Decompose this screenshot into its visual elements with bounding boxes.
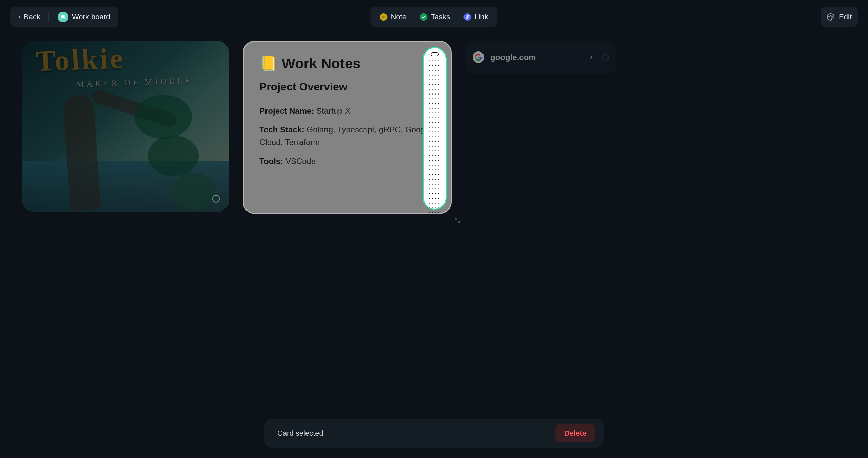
delete-button[interactable]: Delete <box>555 424 595 442</box>
svg-point-3 <box>829 16 830 17</box>
top-bar: Back Work board Note Tasks <box>0 0 868 34</box>
tab-tasks-label: Tasks <box>431 13 450 21</box>
label-project-name: Project Name: <box>259 106 316 116</box>
select-handle[interactable] <box>212 195 220 203</box>
note-card[interactable]: 📒 Work Notes Project Overview Project Na… <box>243 41 452 214</box>
tab-tasks[interactable]: Tasks <box>414 9 456 25</box>
image-card[interactable]: Tolkie MAKER OF MIDDLE <box>22 41 229 212</box>
edit-label: Edit <box>839 13 852 21</box>
back-label: Back <box>24 13 40 21</box>
board-name: Work board <box>72 13 110 21</box>
scroll-knob-top[interactable] <box>431 53 438 56</box>
link-url: google.com <box>490 53 580 62</box>
note-icon <box>380 13 387 21</box>
value-tools: VSCode <box>285 157 316 166</box>
note-title-text: Work Notes <box>282 56 361 72</box>
value-project-name: Startup X <box>316 106 350 116</box>
chevron-left-icon <box>17 15 22 19</box>
check-icon <box>420 13 428 21</box>
note-line-tools: Tools: VSCode <box>259 155 435 167</box>
link-card[interactable]: google.com <box>465 41 616 74</box>
notebook-icon: 📒 <box>259 55 277 72</box>
delete-label: Delete <box>564 429 587 437</box>
tab-note[interactable]: Note <box>374 9 412 25</box>
svg-point-4 <box>830 15 831 16</box>
tab-link[interactable]: Link <box>457 9 494 25</box>
google-icon <box>473 51 484 63</box>
note-scroll-handle[interactable] <box>423 47 447 210</box>
note-line-project: Project Name: Startup X <box>259 105 435 117</box>
edit-button[interactable]: Edit <box>821 7 858 27</box>
link-icon <box>463 13 471 21</box>
tab-link-label: Link <box>474 13 488 21</box>
bookmark-icon <box>58 12 68 22</box>
dim-overlay <box>22 41 229 212</box>
label-tech-stack: Tech Stack: <box>259 125 307 134</box>
tab-note-label: Note <box>391 13 406 21</box>
palette-icon <box>827 13 835 21</box>
back-button[interactable]: Back <box>12 9 45 25</box>
note-title: 📒 Work Notes <box>259 55 435 72</box>
board-title-button[interactable]: Work board <box>52 9 116 25</box>
selection-bar: Card selected Delete <box>264 419 604 448</box>
divider <box>48 12 49 22</box>
back-board-pill: Back Work board <box>10 7 118 27</box>
open-link-button[interactable] <box>587 53 596 62</box>
drag-grip-icon <box>429 60 440 214</box>
select-handle[interactable] <box>602 54 609 61</box>
board-canvas[interactable]: Tolkie MAKER OF MIDDLE 📒 Work Notes Proj… <box>0 34 868 221</box>
svg-point-5 <box>832 16 833 17</box>
note-section-heading: Project Overview <box>259 81 435 93</box>
note-line-tech: Tech Stack: Golang, Typescript, gRPC, Go… <box>259 123 435 148</box>
create-type-tabs: Note Tasks Link <box>370 7 497 27</box>
label-tools: Tools: <box>259 157 285 166</box>
resize-handle[interactable] <box>454 216 462 224</box>
selection-message: Card selected <box>277 429 323 438</box>
